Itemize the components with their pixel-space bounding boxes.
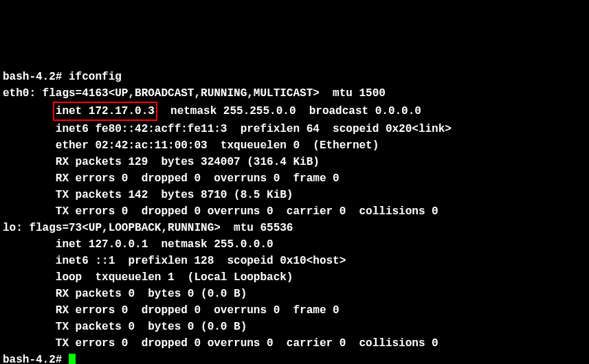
eth0-ether: ether 02:42:ac:11:00:03 txqueuelen 0 (Et…: [3, 137, 586, 154]
indent: [3, 105, 56, 117]
cursor-block: [69, 354, 76, 364]
eth0-inet-rest: netmask 255.255.0.0 broadcast 0.0.0.0: [157, 105, 421, 117]
lo-inet: inet 127.0.0.1 netmask 255.0.0.0: [3, 236, 586, 253]
command-text: ifconfig: [69, 71, 122, 83]
lo-rx-packets: RX packets 0 bytes 0 (0.0 B): [3, 286, 586, 302]
eth0-tx-packets: TX packets 142 bytes 8710 (8.5 KiB): [3, 187, 586, 203]
lo-tx-packets: TX packets 0 bytes 0 (0.0 B): [3, 319, 586, 335]
eth0-rx-packets: RX packets 129 bytes 324007 (316.4 KiB): [3, 154, 586, 170]
eth0-inet6: inet6 fe80::42:acff:fe11:3 prefixlen 64 …: [3, 121, 586, 137]
eth0-header: eth0: flags=4163<UP,BROADCAST,RUNNING,MU…: [3, 85, 586, 102]
lo-inet6: inet6 ::1 prefixlen 128 scopeid 0x10<hos…: [3, 253, 586, 269]
terminal-output[interactable]: bash-4.2# ifconfigeth0: flags=4163<UP,BR…: [3, 69, 586, 364]
eth0-rx-errors: RX errors 0 dropped 0 overruns 0 frame 0: [3, 170, 586, 187]
shell-prompt: bash-4.2#: [3, 71, 69, 83]
lo-tx-errors: TX errors 0 dropped 0 overruns 0 carrier…: [3, 335, 586, 352]
lo-loop: loop txqueuelen 1 (Local Loopback): [3, 269, 586, 286]
prompt-line: bash-4.2#: [3, 352, 586, 364]
command-line: bash-4.2# ifconfig: [3, 69, 586, 85]
lo-header: lo: flags=73<UP,LOOPBACK,RUNNING> mtu 65…: [3, 220, 586, 236]
shell-prompt-2: bash-4.2#: [3, 354, 69, 364]
eth0-inet-highlighted: inet 172.17.0.3: [53, 102, 157, 121]
eth0-inet-line: inet 172.17.0.3 netmask 255.255.0.0 broa…: [3, 102, 586, 121]
eth0-tx-errors: TX errors 0 dropped 0 overruns 0 carrier…: [3, 203, 586, 220]
lo-rx-errors: RX errors 0 dropped 0 overruns 0 frame 0: [3, 302, 586, 319]
